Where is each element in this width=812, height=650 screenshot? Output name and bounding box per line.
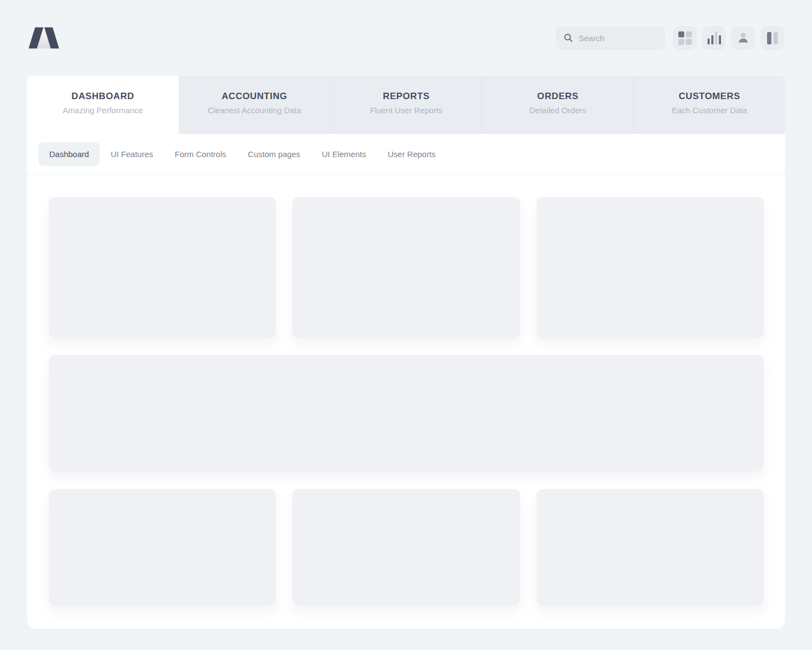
placeholder-card [292,489,520,606]
brand-logo-icon [28,26,60,50]
tab-customers[interactable]: CUSTOMERS Each Customer Data [633,76,785,134]
tab-title: CUSTOMERS [634,91,785,102]
card-row-top [49,197,764,338]
tab-title: ORDERS [482,91,633,102]
tab-orders[interactable]: ORDERS Detailed Orders [482,76,633,134]
user-icon [737,31,750,44]
secondary-nav: Dashboard UI Features Form Controls Cust… [27,134,785,175]
tab-subtitle: Each Customer Data [634,106,785,115]
app-header [0,0,812,76]
search-box[interactable] [556,26,665,50]
columns-icon [767,32,778,44]
tab-title: REPORTS [331,91,482,102]
subnav-item-dashboard[interactable]: Dashboard [38,142,100,166]
subnav-item-custom-pages[interactable]: Custom pages [237,142,311,166]
search-input[interactable] [579,34,654,43]
subnav-item-user-reports[interactable]: User Reports [377,142,446,166]
tab-title: ACCOUNTING [179,91,330,102]
placeholder-card [536,489,764,606]
analytics-button[interactable] [702,26,726,50]
layout-button[interactable] [761,26,784,50]
tab-reports[interactable]: REPORTS Fluent User Reports [330,76,482,134]
subnav-item-ui-features[interactable]: UI Features [100,142,163,166]
header-actions [556,26,784,50]
tab-accounting[interactable]: ACCOUNTING Cleanest Accounting Data [179,76,330,134]
grid-menu-button[interactable] [673,26,697,50]
bar-chart-icon [708,31,721,44]
content-area [27,175,785,627]
tab-title: DASHBOARD [27,91,179,102]
search-icon [564,33,573,43]
tab-dashboard[interactable]: DASHBOARD Amazing Performance [27,76,179,134]
grid-icon [678,31,692,45]
placeholder-card [49,197,276,338]
subnav-item-form-controls[interactable]: Form Controls [164,142,237,166]
subnav-item-ui-elements[interactable]: UI Elements [311,142,377,166]
tab-subtitle: Amazing Performance [27,106,179,115]
section-tabs: DASHBOARD Amazing Performance ACCOUNTING… [27,76,785,134]
profile-button[interactable] [731,26,755,50]
placeholder-card [536,197,764,338]
placeholder-card [292,197,520,338]
card-row-bottom [49,489,764,606]
tab-subtitle: Fluent User Reports [331,106,482,115]
tab-subtitle: Cleanest Accounting Data [179,106,330,115]
placeholder-card [49,489,276,606]
main-panel: DASHBOARD Amazing Performance ACCOUNTING… [27,76,785,629]
placeholder-card-wide [49,355,764,471]
tab-subtitle: Detailed Orders [482,106,633,115]
